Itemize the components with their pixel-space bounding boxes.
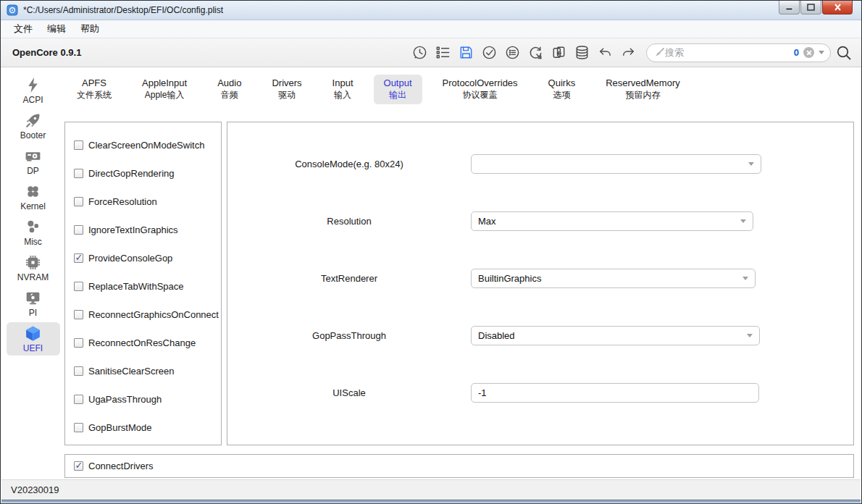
search-input[interactable] (665, 47, 794, 58)
textrenderer-label: TextRenderer (227, 273, 471, 284)
tab-apfs[interactable]: APFS文件系统 (67, 75, 122, 104)
form-row: GopPassThrough Disabled (227, 307, 853, 364)
form-row: UIScale (227, 364, 853, 421)
maximize-button[interactable] (800, 1, 821, 14)
checkbox-clearscreenonmodeswitch[interactable] (74, 140, 83, 150)
sidebar-item-acpi[interactable]: ACPI (7, 74, 60, 107)
consolemode-label: ConsoleMode(e.g. 80x24) (227, 159, 471, 169)
tab-quirks[interactable]: Quirks选项 (538, 75, 586, 104)
undo-icon[interactable] (594, 42, 616, 64)
chevron-down-icon (748, 162, 754, 166)
window-title: *C:/Users/Administrator/Desktop/EFI/OC/c… (23, 5, 223, 15)
form-row: Resolution Max (227, 193, 853, 250)
checkbox-ignoretextingraphics[interactable] (74, 225, 83, 235)
tab-drivers[interactable]: Drivers驱动 (261, 75, 311, 104)
database-icon[interactable] (571, 42, 593, 64)
save-icon[interactable] (455, 42, 477, 64)
redo-icon[interactable] (617, 42, 639, 64)
rocket-icon (24, 112, 42, 130)
menu-file[interactable]: 文件 (7, 20, 40, 38)
tab-output[interactable]: Output输出 (374, 75, 422, 104)
sync-arrow-icon[interactable] (524, 42, 546, 64)
search-icon[interactable] (834, 43, 854, 63)
connectdrivers-label: ConnectDrivers (88, 461, 154, 471)
gpu-card-icon (24, 147, 42, 165)
minimize-icon (786, 4, 793, 11)
checkbox-gopburstmode[interactable] (74, 423, 83, 432)
tab-appleinput[interactable]: AppleInputApple输入 (132, 75, 197, 104)
connect-drivers-panel: ConnectDrivers (64, 454, 854, 478)
apple-monitor-icon (24, 289, 42, 307)
resolution-combobox[interactable]: Max (471, 211, 753, 231)
clock-history-icon[interactable] (409, 42, 430, 64)
tab-input[interactable]: Input输入 (322, 75, 364, 104)
clear-search-icon[interactable] (803, 47, 814, 58)
toolbar: OpenCore 0.9.1 (1, 38, 861, 67)
option-row: ReconnectGraphicsOnConnect (74, 301, 221, 329)
tab-reservedmemory[interactable]: ReservedMemory预留内存 (595, 75, 690, 104)
checkbox-reconnectonreschange[interactable] (74, 338, 83, 348)
app-version-label: OpenCore 0.9.1 (12, 47, 81, 58)
blue-cube-icon (24, 324, 42, 343)
textrenderer-combobox[interactable]: BuiltinGraphics (471, 269, 756, 288)
check-circle-icon[interactable] (478, 42, 500, 64)
form-row: TextRenderer BuiltinGraphics (227, 250, 853, 307)
checkbox-forceresolution[interactable] (74, 197, 83, 206)
maximize-icon (807, 4, 815, 11)
clover-icon (24, 182, 42, 201)
main-content: ACPI Booter DP (1, 68, 861, 481)
app-icon (7, 4, 18, 16)
option-row: ProvideConsoleGop (74, 244, 221, 272)
app-window: *C:/Users/Administrator/Desktop/EFI/OC/c… (0, 0, 862, 504)
chevron-down-icon[interactable] (819, 51, 824, 54)
sidebar-item-uefi[interactable]: UEFI (7, 322, 60, 356)
menu-help[interactable]: 帮助 (73, 20, 106, 38)
tab-protocoloverrides[interactable]: ProtocolOverrides协议覆盖 (432, 75, 528, 104)
lightning-icon (24, 76, 42, 94)
chevron-down-icon (742, 277, 748, 280)
minimize-button[interactable] (779, 1, 800, 14)
tab-audio[interactable]: Audio音频 (207, 75, 251, 104)
sidebar-item-misc[interactable]: Misc (7, 216, 60, 249)
consolemode-combobox[interactable] (471, 154, 761, 174)
checkbox-directgoprendering[interactable] (74, 169, 83, 178)
snapshot-list-icon[interactable] (432, 42, 453, 64)
checkbox-replacetabwithspace[interactable] (74, 282, 83, 291)
brush-icon (654, 47, 665, 58)
checkbox-provideconsolegop[interactable] (74, 253, 83, 263)
option-row: UgaPassThrough (74, 385, 221, 413)
option-row: ForceResolution (74, 188, 221, 216)
uiscale-input[interactable] (471, 383, 759, 403)
search-count: 0 (794, 47, 799, 58)
search-box[interactable]: 0 (646, 43, 831, 62)
sidebar-item-nvram[interactable]: NVRAM (7, 251, 60, 285)
option-row: ReplaceTabWithSpace (74, 272, 221, 301)
option-row: ReconnectOnResChange (74, 329, 221, 357)
close-icon (834, 4, 842, 11)
menu-edit[interactable]: 编辑 (40, 20, 73, 38)
form-row: ConsoleMode(e.g. 80x24) (227, 135, 853, 193)
goppassthrough-combobox[interactable]: Disabled (471, 326, 760, 345)
molecule-icon (24, 218, 42, 236)
window-frame-bottom (1, 500, 861, 503)
checkbox-reconnectgraphicsonconnect[interactable] (74, 310, 83, 319)
uiscale-label: UIScale (227, 387, 471, 398)
sidebar-item-dp[interactable]: DP (7, 145, 60, 178)
checkbox-sanitiseclearscreen[interactable] (74, 366, 83, 376)
version-label: V20230019 (11, 484, 59, 495)
circled-list-icon[interactable] (501, 42, 523, 64)
resolution-label: Resolution (227, 216, 471, 227)
sidebar-item-booter[interactable]: Booter (7, 109, 60, 143)
chevron-down-icon (740, 219, 746, 223)
title-bar[interactable]: *C:/Users/Administrator/Desktop/EFI/OC/c… (1, 1, 861, 20)
checkbox-connectdrivers[interactable] (74, 461, 83, 471)
sidebar-item-kernel[interactable]: Kernel (7, 180, 60, 214)
option-row: SanitiseClearScreen (74, 357, 221, 385)
chevron-down-icon (747, 334, 753, 337)
options-panel: ClearScreenOnModeSwitch DirectGopRenderi… (64, 122, 222, 445)
sidebar-item-pi[interactable]: PI (7, 287, 60, 320)
close-button[interactable] (822, 1, 853, 14)
checkbox-ugapassthrough[interactable] (74, 395, 83, 404)
menu-bar: 文件 编辑 帮助 (1, 20, 861, 38)
document-swap-icon[interactable] (548, 42, 569, 64)
